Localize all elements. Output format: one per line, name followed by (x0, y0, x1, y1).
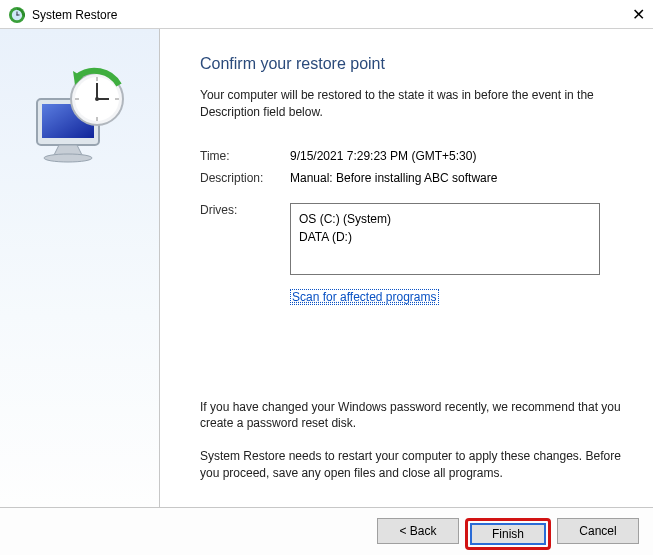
time-value: 9/15/2021 7:29:23 PM (GMT+5:30) (290, 149, 629, 163)
main-content: Confirm your restore point Your computer… (160, 29, 653, 507)
window-title: System Restore (32, 8, 117, 22)
svg-point-8 (44, 154, 92, 162)
finish-highlight: Finish (465, 518, 551, 550)
titlebar: System Restore ✕ (0, 0, 653, 28)
scan-affected-link[interactable]: Scan for affected programs (290, 289, 439, 305)
finish-button[interactable]: Finish (470, 523, 546, 545)
sidebar (0, 29, 160, 507)
footer: < Back Finish Cancel (0, 507, 653, 555)
svg-point-13 (95, 97, 99, 101)
system-restore-icon (8, 6, 26, 24)
password-note: If you have changed your Windows passwor… (200, 399, 629, 433)
drive-item: OS (C:) (System) (299, 210, 591, 228)
description-value: Manual: Before installing ABC software (290, 171, 629, 185)
drives-list: OS (C:) (System) DATA (D:) (290, 203, 600, 275)
time-row: Time: 9/15/2021 7:29:23 PM (GMT+5:30) (200, 149, 629, 163)
intro-text: Your computer will be restored to the st… (200, 87, 629, 121)
description-row: Description: Manual: Before installing A… (200, 171, 629, 185)
back-button[interactable]: < Back (377, 518, 459, 544)
svg-rect-4 (17, 15, 20, 16)
time-label: Time: (200, 149, 290, 163)
drives-row: Drives: OS (C:) (System) DATA (D:) (200, 203, 629, 275)
description-label: Description: (200, 171, 290, 185)
page-heading: Confirm your restore point (200, 55, 629, 73)
restart-note: System Restore needs to restart your com… (200, 448, 629, 482)
drives-label: Drives: (200, 203, 290, 275)
cancel-button[interactable]: Cancel (557, 518, 639, 544)
drive-item: DATA (D:) (299, 228, 591, 246)
restore-monitor-icon (25, 63, 135, 173)
close-icon[interactable]: ✕ (631, 8, 645, 22)
